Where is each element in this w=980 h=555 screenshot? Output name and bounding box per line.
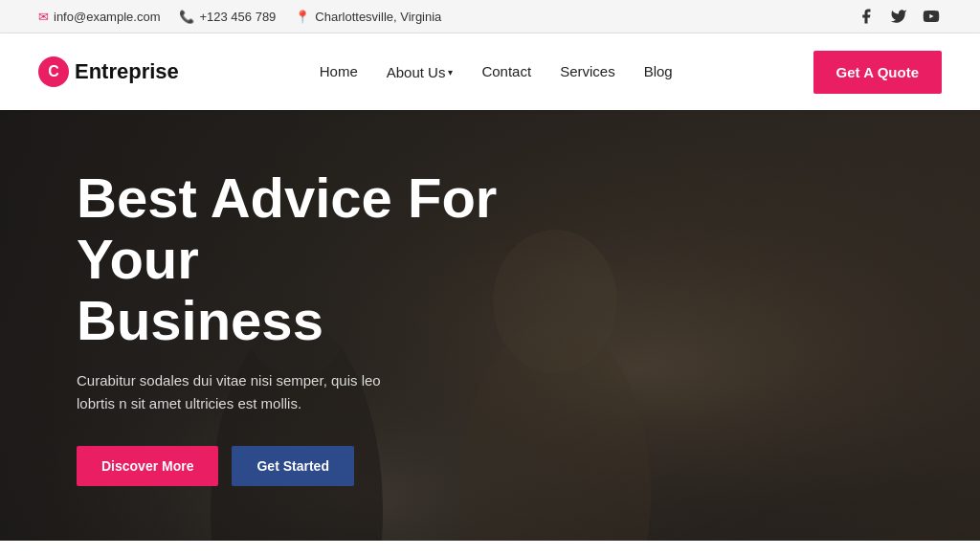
nav-home[interactable]: Home	[320, 63, 358, 80]
email-text: info@example.com	[54, 10, 160, 24]
nav-contact-link[interactable]: Contact	[481, 63, 531, 79]
discover-more-button[interactable]: Discover More	[77, 446, 218, 486]
nav-links: Home About Us ▾ Contact Services Blog	[320, 63, 673, 80]
hero-content: Best Advice For Your Business Curabitur …	[77, 167, 574, 486]
logo-text: Entreprise	[75, 59, 179, 84]
nav-home-link[interactable]: Home	[320, 63, 358, 79]
envelope-icon: ✉	[38, 10, 49, 24]
get-quote-button[interactable]: Get A Quote	[813, 51, 942, 94]
twitter-icon[interactable]	[888, 6, 909, 27]
hero-buttons: Discover More Get Started	[77, 446, 574, 486]
nav-services[interactable]: Services	[560, 63, 615, 80]
logo-icon: C	[38, 56, 69, 87]
location-text: Charlottesville, Virginia	[315, 10, 441, 24]
phone-item: 📞 +123 456 789	[179, 10, 276, 24]
logo[interactable]: C Entreprise	[38, 56, 179, 87]
email-item: ✉ info@example.com	[38, 10, 160, 24]
nav-about[interactable]: About Us ▾	[387, 64, 454, 80]
social-links	[856, 6, 942, 27]
facebook-icon[interactable]	[856, 6, 877, 27]
get-started-button[interactable]: Get Started	[232, 446, 353, 486]
phone-text: +123 456 789	[199, 10, 276, 24]
nav-blog[interactable]: Blog	[644, 63, 673, 80]
youtube-icon[interactable]	[921, 6, 942, 27]
nav-about-link[interactable]: About Us ▾	[387, 64, 454, 80]
nav-services-link[interactable]: Services	[560, 63, 615, 79]
hero-title: Best Advice For Your Business	[77, 167, 574, 350]
top-bar-contact: ✉ info@example.com 📞 +123 456 789 📍 Char…	[38, 10, 441, 24]
nav-blog-link[interactable]: Blog	[644, 63, 673, 79]
nav-contact[interactable]: Contact	[481, 63, 531, 80]
location-icon: 📍	[295, 10, 310, 24]
navbar: C Entreprise Home About Us ▾ Contact Ser…	[0, 33, 980, 110]
top-bar: ✉ info@example.com 📞 +123 456 789 📍 Char…	[0, 0, 980, 33]
chevron-down-icon: ▾	[448, 67, 453, 78]
hero-section: Best Advice For Your Business Curabitur …	[0, 110, 980, 541]
hero-subtitle: Curabitur sodales dui vitae nisi semper,…	[77, 369, 402, 415]
location-item: 📍 Charlottesville, Virginia	[295, 10, 441, 24]
phone-icon: 📞	[179, 10, 194, 24]
